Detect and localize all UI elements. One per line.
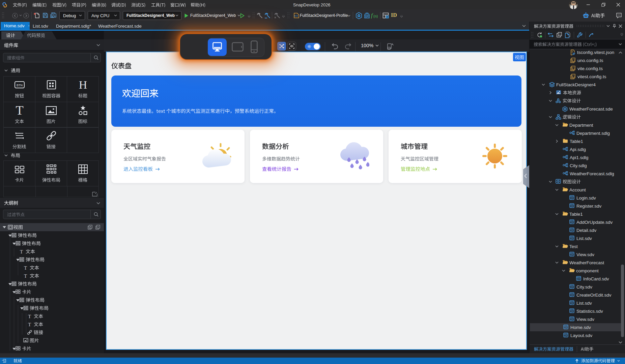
svg-text:T: T: [28, 322, 31, 327]
svg-text:H: H: [79, 79, 87, 91]
svg-text:T: T: [20, 249, 23, 254]
svg-text:BTN: BTN: [17, 84, 23, 87]
svg-text:T: T: [28, 314, 31, 318]
svg-text:T: T: [24, 265, 27, 270]
svg-text:API: API: [365, 16, 369, 18]
svg-text:f: f: [371, 12, 373, 19]
svg-text:(n): (n): [373, 14, 378, 18]
svg-text:T: T: [16, 104, 23, 117]
svg-text:T: T: [24, 273, 27, 278]
